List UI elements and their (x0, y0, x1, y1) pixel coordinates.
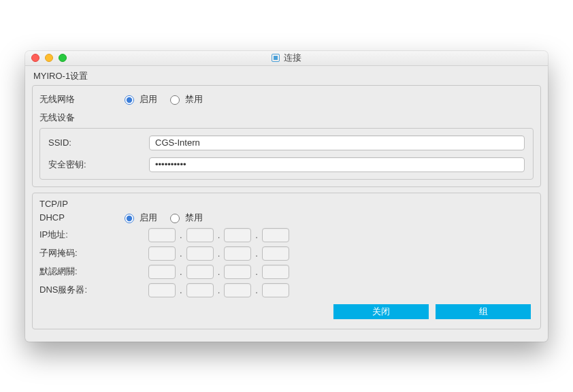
dhcp-enable-label: 启用 (140, 212, 157, 224)
gateway-octet-1[interactable] (148, 265, 176, 279)
dns-octet-1[interactable] (148, 283, 176, 297)
dhcp-enable-radio[interactable]: 启用 (121, 212, 157, 224)
close-icon[interactable] (31, 54, 39, 62)
button-row: 关闭 组 (39, 299, 534, 322)
wireless-label: 无线网络 (39, 93, 121, 105)
dhcp-enable-input[interactable] (125, 214, 134, 223)
gateway-inputs: . . . (148, 265, 289, 279)
subnet-octet-3[interactable] (224, 246, 251, 261)
wireless-enable-label: 启用 (140, 93, 157, 105)
dhcp-disable-label: 禁用 (185, 212, 203, 224)
minimize-icon[interactable] (45, 54, 53, 62)
dns-label: DNS服务器: (39, 284, 148, 296)
wireless-disable-input[interactable] (170, 95, 180, 105)
ip-address-label: IP地址: (39, 229, 148, 241)
window-title: 连接 (25, 52, 548, 64)
wireless-group: 无线网络 启用 禁用 无线设备 SSID: (32, 85, 541, 187)
tcpip-title: TCP/IP (39, 199, 534, 209)
ip-octet-4[interactable] (262, 228, 289, 242)
dns-octet-3[interactable] (224, 283, 251, 297)
ip-octet-3[interactable] (224, 228, 251, 242)
ssid-input[interactable] (149, 135, 525, 150)
dhcp-label: DHCP (39, 212, 121, 223)
dns-octet-2[interactable] (186, 283, 214, 297)
zoom-icon[interactable] (59, 54, 67, 62)
wireless-enable-radio[interactable]: 启用 (121, 93, 157, 105)
wireless-disable-label: 禁用 (185, 93, 203, 105)
app-icon (272, 54, 280, 62)
wireless-disable-radio[interactable]: 禁用 (167, 93, 203, 105)
titlebar: 连接 (25, 51, 548, 66)
tcpip-group: TCP/IP DHCP 启用 禁用 IP地址: . (32, 193, 541, 329)
dns-inputs: . . . (148, 283, 289, 297)
dhcp-disable-radio[interactable]: 禁用 (167, 212, 203, 224)
gateway-octet-2[interactable] (186, 265, 214, 279)
window-title-text: 连接 (284, 52, 301, 64)
security-key-label: 安全密钥: (48, 159, 149, 171)
group-button[interactable]: 组 (436, 304, 531, 319)
subnet-inputs: . . . (148, 246, 289, 261)
subnet-label: 子网掩码: (39, 247, 148, 259)
subnet-octet-1[interactable] (148, 246, 176, 261)
gateway-label: 默認網關: (39, 265, 148, 278)
wireless-enable-input[interactable] (125, 95, 134, 105)
dhcp-disable-input[interactable] (170, 214, 180, 223)
ip-octet-1[interactable] (148, 228, 176, 242)
subnet-octet-2[interactable] (186, 246, 214, 261)
wireless-device-title: 无线设备 (39, 112, 534, 124)
security-key-input[interactable] (149, 157, 525, 172)
gateway-octet-3[interactable] (224, 265, 251, 279)
settings-window: 连接 MYIRO-1设置 无线网络 启用 禁用 无线设备 (25, 51, 548, 342)
wireless-device-group: SSID: 安全密钥: (39, 128, 534, 180)
page-title: MYIRO-1设置 (32, 69, 541, 85)
ssid-label: SSID: (48, 137, 149, 148)
subnet-octet-4[interactable] (262, 246, 289, 261)
gateway-octet-4[interactable] (262, 265, 289, 279)
close-button[interactable]: 关闭 (333, 304, 429, 319)
ip-octet-2[interactable] (186, 228, 214, 242)
dns-octet-4[interactable] (262, 283, 289, 297)
content: MYIRO-1设置 无线网络 启用 禁用 无线设备 S (25, 66, 548, 342)
window-controls (25, 54, 67, 62)
ip-address-inputs: . . . (148, 228, 289, 242)
